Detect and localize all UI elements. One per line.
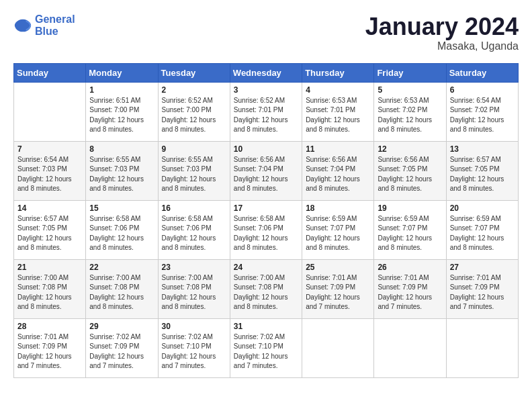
logo-text: General Blue [35,13,75,37]
day-number: 31 [234,322,298,331]
calendar-cell: 9Sunrise: 6:55 AMSunset: 7:03 PMDaylight… [158,141,230,200]
logo-icon [13,16,32,35]
cell-info: Sunrise: 6:59 AMSunset: 7:07 PMDaylight:… [378,215,432,252]
day-number: 10 [234,144,298,154]
calendar-week-row: 14Sunrise: 6:57 AMSunset: 7:05 PMDayligh… [14,200,519,259]
calendar-cell [446,318,518,377]
day-number: 13 [450,144,515,154]
cell-info: Sunrise: 7:00 AMSunset: 7:08 PMDaylight:… [17,274,72,311]
calendar-cell: 7Sunrise: 6:54 AMSunset: 7:03 PMDaylight… [14,141,86,200]
calendar-cell: 28Sunrise: 7:01 AMSunset: 7:09 PMDayligh… [14,318,86,377]
cell-info: Sunrise: 7:00 AMSunset: 7:08 PMDaylight:… [162,274,216,311]
cell-info: Sunrise: 6:57 AMSunset: 7:05 PMDaylight:… [450,156,504,193]
location: Masaka, Uganda [365,40,519,52]
calendar-cell: 21Sunrise: 7:00 AMSunset: 7:08 PMDayligh… [14,259,86,318]
page-header: General Blue January 2024 Masaka, Uganda [13,13,519,52]
calendar-body: 1Sunrise: 6:51 AMSunset: 7:00 PMDaylight… [14,82,519,377]
calendar-cell: 3Sunrise: 6:52 AMSunset: 7:01 PMDaylight… [230,82,302,141]
cell-info: Sunrise: 6:53 AMSunset: 7:02 PMDaylight:… [378,97,432,134]
cell-info: Sunrise: 6:56 AMSunset: 7:04 PMDaylight:… [234,156,288,193]
cell-info: Sunrise: 6:57 AMSunset: 7:05 PMDaylight:… [17,215,72,252]
calendar-cell: 16Sunrise: 6:58 AMSunset: 7:06 PMDayligh… [158,200,230,259]
calendar-header-row: SundayMondayTuesdayWednesdayThursdayFrid… [14,63,519,82]
calendar-cell: 22Sunrise: 7:00 AMSunset: 7:08 PMDayligh… [86,259,158,318]
day-number: 9 [162,144,226,154]
title-block: January 2024 Masaka, Uganda [365,13,519,52]
weekday-header: Monday [86,63,158,82]
cell-info: Sunrise: 6:54 AMSunset: 7:02 PMDaylight:… [450,97,504,134]
day-number: 28 [17,322,82,331]
cell-info: Sunrise: 6:56 AMSunset: 7:04 PMDaylight:… [306,156,360,193]
calendar-cell: 14Sunrise: 6:57 AMSunset: 7:05 PMDayligh… [14,200,86,259]
calendar-cell: 17Sunrise: 6:58 AMSunset: 7:06 PMDayligh… [230,200,302,259]
day-number: 21 [17,263,82,272]
calendar-cell: 26Sunrise: 7:01 AMSunset: 7:09 PMDayligh… [374,259,446,318]
calendar-cell: 18Sunrise: 6:59 AMSunset: 7:07 PMDayligh… [302,200,374,259]
calendar-week-row: 28Sunrise: 7:01 AMSunset: 7:09 PMDayligh… [14,318,519,377]
calendar-cell: 31Sunrise: 7:02 AMSunset: 7:10 PMDayligh… [230,318,302,377]
cell-info: Sunrise: 6:59 AMSunset: 7:07 PMDaylight:… [450,215,504,252]
calendar-week-row: 1Sunrise: 6:51 AMSunset: 7:00 PMDaylight… [14,82,519,141]
day-number: 17 [234,203,298,213]
cell-info: Sunrise: 6:51 AMSunset: 7:00 PMDaylight:… [89,97,144,134]
calendar-cell: 13Sunrise: 6:57 AMSunset: 7:05 PMDayligh… [446,141,518,200]
calendar-cell: 19Sunrise: 6:59 AMSunset: 7:07 PMDayligh… [374,200,446,259]
day-number: 22 [89,263,154,272]
weekday-header: Thursday [302,63,374,82]
cell-info: Sunrise: 7:02 AMSunset: 7:10 PMDaylight:… [234,333,288,370]
cell-info: Sunrise: 6:54 AMSunset: 7:03 PMDaylight:… [17,156,72,193]
day-number: 29 [89,322,154,331]
day-number: 6 [450,85,515,95]
cell-info: Sunrise: 7:00 AMSunset: 7:08 PMDaylight:… [234,274,288,311]
calendar-cell: 30Sunrise: 7:02 AMSunset: 7:10 PMDayligh… [158,318,230,377]
cell-info: Sunrise: 7:02 AMSunset: 7:09 PMDaylight:… [89,333,144,370]
cell-info: Sunrise: 6:56 AMSunset: 7:05 PMDaylight:… [378,156,432,193]
day-number: 2 [162,85,226,95]
calendar-cell: 25Sunrise: 7:01 AMSunset: 7:09 PMDayligh… [302,259,374,318]
cell-info: Sunrise: 6:58 AMSunset: 7:06 PMDaylight:… [234,215,288,252]
day-number: 12 [378,144,442,154]
day-number: 30 [162,322,226,331]
day-number: 4 [306,85,370,95]
cell-info: Sunrise: 6:55 AMSunset: 7:03 PMDaylight:… [162,156,216,193]
calendar-table: SundayMondayTuesdayWednesdayThursdayFrid… [13,63,519,378]
calendar-week-row: 7Sunrise: 6:54 AMSunset: 7:03 PMDaylight… [14,141,519,200]
day-number: 26 [378,263,442,272]
day-number: 14 [17,203,82,213]
calendar-cell: 24Sunrise: 7:00 AMSunset: 7:08 PMDayligh… [230,259,302,318]
cell-info: Sunrise: 7:01 AMSunset: 7:09 PMDaylight:… [306,274,360,311]
day-number: 16 [162,203,226,213]
cell-info: Sunrise: 6:52 AMSunset: 7:00 PMDaylight:… [162,97,216,134]
cell-info: Sunrise: 6:55 AMSunset: 7:03 PMDaylight:… [89,156,144,193]
calendar-week-row: 21Sunrise: 7:00 AMSunset: 7:08 PMDayligh… [14,259,519,318]
cell-info: Sunrise: 6:52 AMSunset: 7:01 PMDaylight:… [234,97,288,134]
cell-info: Sunrise: 7:01 AMSunset: 7:09 PMDaylight:… [17,333,72,370]
logo: General Blue [13,13,75,37]
cell-info: Sunrise: 7:01 AMSunset: 7:09 PMDaylight:… [450,274,504,311]
calendar-cell: 6Sunrise: 6:54 AMSunset: 7:02 PMDaylight… [446,82,518,141]
calendar-cell: 8Sunrise: 6:55 AMSunset: 7:03 PMDaylight… [86,141,158,200]
weekday-header: Saturday [446,63,518,82]
day-number: 23 [162,263,226,272]
cell-info: Sunrise: 6:58 AMSunset: 7:06 PMDaylight:… [89,215,144,252]
calendar-cell: 12Sunrise: 6:56 AMSunset: 7:05 PMDayligh… [374,141,446,200]
cell-info: Sunrise: 6:59 AMSunset: 7:07 PMDaylight:… [306,215,360,252]
weekday-header: Tuesday [158,63,230,82]
day-number: 11 [306,144,370,154]
month-title: January 2024 [365,13,519,40]
day-number: 7 [17,144,82,154]
cell-info: Sunrise: 7:00 AMSunset: 7:08 PMDaylight:… [89,274,144,311]
calendar-cell [374,318,446,377]
day-number: 27 [450,263,515,272]
calendar-cell: 23Sunrise: 7:00 AMSunset: 7:08 PMDayligh… [158,259,230,318]
weekday-header: Sunday [14,63,86,82]
day-number: 19 [378,203,442,213]
calendar-cell: 2Sunrise: 6:52 AMSunset: 7:00 PMDaylight… [158,82,230,141]
cell-info: Sunrise: 6:53 AMSunset: 7:01 PMDaylight:… [306,97,360,134]
day-number: 5 [378,85,442,95]
day-number: 25 [306,263,370,272]
day-number: 15 [89,203,154,213]
calendar-cell [14,82,86,141]
calendar-cell: 29Sunrise: 7:02 AMSunset: 7:09 PMDayligh… [86,318,158,377]
calendar-cell: 27Sunrise: 7:01 AMSunset: 7:09 PMDayligh… [446,259,518,318]
